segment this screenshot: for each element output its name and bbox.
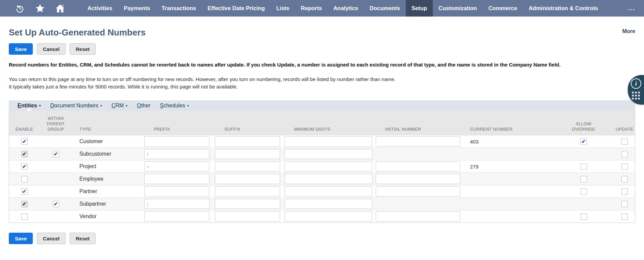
- subtab[interactable]: Entities •: [13, 100, 46, 111]
- nav-menu-item[interactable]: Effective Date Pricing: [202, 0, 271, 17]
- minimum-digits-input[interactable]: [284, 136, 372, 147]
- nav-menu-item-label: Lists: [276, 5, 290, 11]
- nav-menu-item[interactable]: Customization: [433, 0, 483, 17]
- nav-menu-item[interactable]: Transactions: [156, 0, 202, 17]
- warning-message: Record numbers for Entities, CRM, and Sc…: [9, 61, 635, 68]
- save-button[interactable]: Save: [9, 43, 33, 55]
- suffix-input[interactable]: [215, 136, 280, 147]
- initial-number-input[interactable]: [376, 186, 460, 197]
- minimum-digits-input[interactable]: [284, 149, 372, 159]
- cancel-button[interactable]: Cancel: [37, 43, 66, 55]
- current-number-value: 279: [470, 164, 478, 170]
- allow-override-checkbox[interactable]: [580, 176, 587, 182]
- allow-override-checkbox[interactable]: [580, 163, 587, 170]
- nav-menu-item[interactable]: Reports: [295, 0, 327, 17]
- top-action-bar: Save Cancel Reset: [9, 43, 635, 55]
- initial-number-input[interactable]: [376, 211, 460, 222]
- type-label: Employee: [79, 176, 103, 182]
- enable-checkbox[interactable]: [21, 176, 28, 182]
- update-checkbox[interactable]: [621, 138, 628, 145]
- enable-checkbox[interactable]: [21, 201, 28, 207]
- suffix-input[interactable]: [215, 211, 280, 222]
- table-row: Subpartner: [9, 198, 635, 210]
- update-checkbox[interactable]: [621, 201, 628, 207]
- within-parent-group-checkbox[interactable]: [53, 151, 59, 157]
- subtab-menu-dot: •: [39, 103, 41, 108]
- nav-menu: Activities Payments Transactions Effecti…: [82, 0, 604, 17]
- minimum-digits-input[interactable]: [284, 186, 372, 197]
- cancel-button[interactable]: Cancel: [37, 233, 66, 244]
- enable-checkbox[interactable]: [21, 151, 28, 157]
- type-label: Customer: [79, 138, 103, 145]
- within-parent-group-checkbox[interactable]: [53, 201, 59, 207]
- save-button[interactable]: Save: [9, 233, 33, 244]
- minimum-digits-input[interactable]: [284, 199, 372, 209]
- prefix-input[interactable]: [144, 174, 209, 184]
- nav-menu-item[interactable]: Activities: [82, 0, 118, 17]
- nav-menu-item[interactable]: Commerce: [482, 0, 523, 17]
- minimum-digits-input[interactable]: [284, 174, 372, 184]
- allow-override-checkbox[interactable]: [580, 188, 587, 195]
- minimum-digits-input[interactable]: [284, 161, 372, 172]
- prefix-input[interactable]: [144, 136, 209, 147]
- allow-override-checkbox[interactable]: [580, 138, 587, 145]
- more-link[interactable]: More: [622, 28, 635, 34]
- table-row: Employee: [9, 173, 635, 185]
- nav-menu-item[interactable]: Documents: [364, 0, 406, 17]
- prefix-input[interactable]: [144, 186, 209, 197]
- nav-menu-item-label: Administration & Controls: [529, 5, 598, 11]
- subtab[interactable]: Document Numbers •: [46, 100, 107, 111]
- reset-button[interactable]: Reset: [70, 43, 96, 55]
- update-checkbox[interactable]: [621, 213, 628, 220]
- column-header: TYPE: [72, 127, 144, 132]
- subtab[interactable]: Other •: [132, 100, 155, 111]
- home-icon[interactable]: [53, 0, 68, 17]
- minimum-digits-input[interactable]: [284, 211, 372, 222]
- update-checkbox[interactable]: [621, 163, 628, 170]
- suffix-input[interactable]: [215, 174, 280, 184]
- reset-button[interactable]: Reset: [70, 233, 96, 244]
- nav-menu-item[interactable]: Administration & Controls: [523, 0, 604, 17]
- nav-menu-item-label: Effective Date Pricing: [207, 5, 265, 11]
- enable-checkbox[interactable]: [21, 138, 28, 145]
- update-checkbox[interactable]: [621, 176, 628, 182]
- suffix-input[interactable]: [215, 186, 280, 197]
- initial-number-input[interactable]: [376, 174, 460, 184]
- column-header: CURRENT NUMBER: [465, 127, 553, 132]
- enable-checkbox[interactable]: [21, 188, 28, 195]
- table-row: Partner: [9, 185, 635, 198]
- prefix-input[interactable]: [144, 199, 209, 209]
- type-label: Subcustomer: [79, 151, 111, 157]
- update-checkbox[interactable]: [621, 151, 628, 157]
- suffix-input[interactable]: [215, 161, 280, 172]
- info-icon[interactable]: i: [631, 78, 641, 89]
- suffix-input[interactable]: [215, 199, 280, 209]
- main-content: Set Up Auto-Generated Numbers More Save …: [0, 27, 644, 244]
- nav-overflow-menu[interactable]: ...: [619, 0, 644, 17]
- initial-number-input[interactable]: [376, 136, 460, 147]
- star-icon[interactable]: [32, 0, 47, 17]
- ellipsis-icon: ...: [628, 5, 635, 12]
- grid-dots-icon[interactable]: [632, 92, 640, 100]
- nav-menu-item[interactable]: Setup: [406, 0, 433, 17]
- allow-override-checkbox[interactable]: [580, 213, 587, 220]
- update-checkbox[interactable]: [621, 188, 628, 195]
- enable-checkbox[interactable]: [21, 163, 28, 170]
- initial-number-input[interactable]: [376, 161, 460, 172]
- subtab[interactable]: Schedules •: [155, 100, 194, 111]
- suffix-input[interactable]: [215, 149, 280, 159]
- enable-checkbox[interactable]: [21, 213, 28, 220]
- column-header: ALLOW OVERRIDE: [553, 121, 614, 132]
- prefix-input[interactable]: [144, 161, 209, 172]
- nav-menu-item[interactable]: Payments: [118, 0, 156, 17]
- prefix-input[interactable]: [144, 211, 209, 222]
- history-icon[interactable]: [12, 0, 27, 17]
- auto-numbers-table: ENABLEWITHIN PARENT GROUPTYPEPREFIXSUFFI…: [9, 111, 635, 223]
- subtab[interactable]: CRM •: [107, 100, 132, 111]
- type-label: Project: [79, 163, 96, 170]
- nav-menu-item[interactable]: Lists: [271, 0, 295, 17]
- prefix-input[interactable]: [144, 149, 209, 159]
- nav-menu-item-label: Commerce: [488, 5, 517, 11]
- subtab-bar: Entities • Document Numbers • CRM • Othe…: [9, 100, 635, 111]
- nav-menu-item[interactable]: Analytics: [328, 0, 364, 17]
